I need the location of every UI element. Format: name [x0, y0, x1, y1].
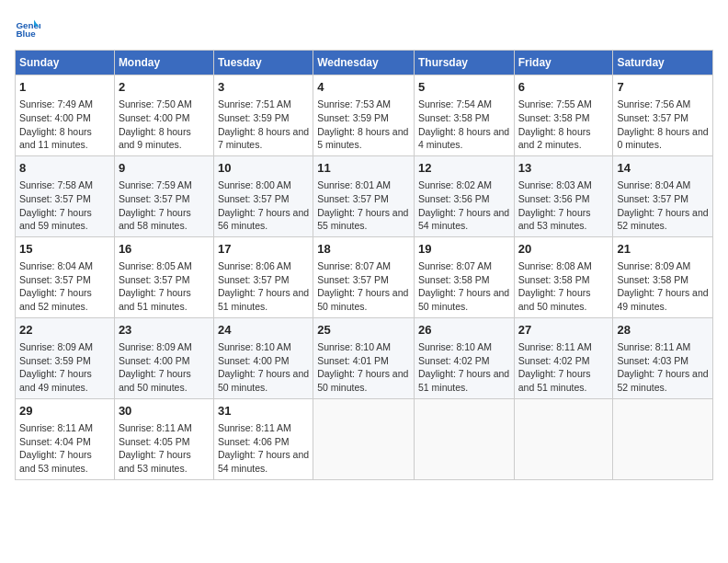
- day-info: Sunrise: 8:11 AM Sunset: 4:05 PM Dayligh…: [119, 421, 210, 476]
- calendar-cell: 11Sunrise: 8:01 AM Sunset: 3:57 PM Dayli…: [313, 155, 415, 236]
- calendar-cell: 31Sunrise: 8:11 AM Sunset: 4:06 PM Dayli…: [213, 398, 313, 479]
- day-number: 1: [19, 79, 110, 96]
- day-info: Sunrise: 8:10 AM Sunset: 4:00 PM Dayligh…: [218, 340, 309, 395]
- calendar-cell: 23Sunrise: 8:09 AM Sunset: 4:00 PM Dayli…: [114, 317, 213, 398]
- day-number: 17: [218, 241, 309, 258]
- svg-text:Blue: Blue: [16, 29, 36, 39]
- day-info: Sunrise: 8:05 AM Sunset: 3:57 PM Dayligh…: [119, 259, 210, 314]
- day-info: Sunrise: 8:07 AM Sunset: 3:58 PM Dayligh…: [418, 259, 510, 314]
- day-number: 12: [418, 160, 510, 177]
- day-info: Sunrise: 8:07 AM Sunset: 3:57 PM Dayligh…: [317, 259, 410, 314]
- day-number: 14: [617, 160, 709, 177]
- calendar-cell: 17Sunrise: 8:06 AM Sunset: 3:57 PM Dayli…: [213, 236, 313, 317]
- day-info: Sunrise: 8:03 AM Sunset: 3:56 PM Dayligh…: [518, 178, 609, 233]
- page-header: General Blue: [15, 15, 713, 40]
- day-info: Sunrise: 8:11 AM Sunset: 4:04 PM Dayligh…: [19, 421, 110, 476]
- calendar-cell: 18Sunrise: 8:07 AM Sunset: 3:57 PM Dayli…: [313, 236, 415, 317]
- day-info: Sunrise: 8:04 AM Sunset: 3:57 PM Dayligh…: [19, 259, 110, 314]
- day-number: 9: [119, 160, 210, 177]
- day-info: Sunrise: 8:11 AM Sunset: 4:06 PM Dayligh…: [218, 421, 309, 476]
- calendar-cell: 2Sunrise: 7:50 AM Sunset: 4:00 PM Daylig…: [114, 75, 213, 156]
- day-number: 3: [218, 79, 309, 96]
- weekday-header-thursday: Thursday: [414, 51, 514, 75]
- day-number: 8: [19, 160, 110, 177]
- calendar-table: SundayMondayTuesdayWednesdayThursdayFrid…: [15, 50, 713, 480]
- day-info: Sunrise: 7:54 AM Sunset: 3:58 PM Dayligh…: [418, 98, 510, 152]
- calendar-cell: 6Sunrise: 7:55 AM Sunset: 3:58 PM Daylig…: [514, 75, 613, 156]
- calendar-cell: 14Sunrise: 8:04 AM Sunset: 3:57 PM Dayli…: [613, 155, 713, 236]
- day-number: 25: [317, 322, 410, 339]
- day-number: 29: [19, 403, 110, 419]
- calendar-cell: 13Sunrise: 8:03 AM Sunset: 3:56 PM Dayli…: [514, 155, 613, 236]
- weekday-header-saturday: Saturday: [613, 51, 713, 75]
- calendar-cell: 26Sunrise: 8:10 AM Sunset: 4:02 PM Dayli…: [414, 317, 514, 398]
- day-number: 7: [617, 79, 709, 96]
- calendar-cell: 4Sunrise: 7:53 AM Sunset: 3:59 PM Daylig…: [313, 75, 415, 156]
- calendar-cell: 12Sunrise: 8:02 AM Sunset: 3:56 PM Dayli…: [414, 155, 514, 236]
- day-info: Sunrise: 8:01 AM Sunset: 3:57 PM Dayligh…: [317, 178, 410, 233]
- calendar-cell: 25Sunrise: 8:10 AM Sunset: 4:01 PM Dayli…: [313, 317, 415, 398]
- day-info: Sunrise: 8:10 AM Sunset: 4:02 PM Dayligh…: [418, 340, 510, 395]
- day-number: 13: [518, 160, 609, 177]
- day-number: 4: [317, 79, 410, 96]
- day-number: 26: [418, 322, 510, 339]
- weekday-header-sunday: Sunday: [16, 51, 115, 75]
- logo: General Blue: [15, 15, 44, 40]
- calendar-cell: 7Sunrise: 7:56 AM Sunset: 3:57 PM Daylig…: [613, 75, 713, 156]
- calendar-cell: 15Sunrise: 8:04 AM Sunset: 3:57 PM Dayli…: [16, 236, 115, 317]
- day-number: 28: [617, 322, 709, 339]
- day-number: 10: [218, 160, 309, 177]
- logo-icon: General Blue: [15, 15, 40, 40]
- calendar-cell: [514, 398, 613, 479]
- weekday-header-monday: Monday: [114, 51, 213, 75]
- calendar-week-2: 8Sunrise: 7:58 AM Sunset: 3:57 PM Daylig…: [16, 155, 713, 236]
- calendar-cell: 10Sunrise: 8:00 AM Sunset: 3:57 PM Dayli…: [213, 155, 313, 236]
- calendar-cell: 28Sunrise: 8:11 AM Sunset: 4:03 PM Dayli…: [613, 317, 713, 398]
- day-info: Sunrise: 7:53 AM Sunset: 3:59 PM Dayligh…: [317, 98, 410, 152]
- calendar-cell: 27Sunrise: 8:11 AM Sunset: 4:02 PM Dayli…: [514, 317, 613, 398]
- calendar-cell: 8Sunrise: 7:58 AM Sunset: 3:57 PM Daylig…: [16, 155, 115, 236]
- day-number: 27: [518, 322, 609, 339]
- day-info: Sunrise: 8:09 AM Sunset: 3:59 PM Dayligh…: [19, 340, 110, 395]
- calendar-cell: 19Sunrise: 8:07 AM Sunset: 3:58 PM Dayli…: [414, 236, 514, 317]
- day-number: 2: [119, 79, 210, 96]
- day-info: Sunrise: 8:11 AM Sunset: 4:02 PM Dayligh…: [518, 340, 609, 395]
- day-info: Sunrise: 8:11 AM Sunset: 4:03 PM Dayligh…: [617, 340, 709, 395]
- day-number: 22: [19, 322, 110, 339]
- day-info: Sunrise: 8:09 AM Sunset: 3:58 PM Dayligh…: [617, 259, 709, 314]
- calendar-cell: 9Sunrise: 7:59 AM Sunset: 3:57 PM Daylig…: [114, 155, 213, 236]
- weekday-header-wednesday: Wednesday: [313, 51, 415, 75]
- day-info: Sunrise: 8:02 AM Sunset: 3:56 PM Dayligh…: [418, 178, 510, 233]
- calendar-cell: 16Sunrise: 8:05 AM Sunset: 3:57 PM Dayli…: [114, 236, 213, 317]
- calendar-cell: 29Sunrise: 8:11 AM Sunset: 4:04 PM Dayli…: [16, 398, 115, 479]
- calendar-cell: [313, 398, 415, 479]
- calendar-cell: [613, 398, 713, 479]
- day-info: Sunrise: 7:55 AM Sunset: 3:58 PM Dayligh…: [518, 98, 609, 152]
- calendar-cell: 30Sunrise: 8:11 AM Sunset: 4:05 PM Dayli…: [114, 398, 213, 479]
- day-number: 20: [518, 241, 609, 258]
- calendar-cell: 21Sunrise: 8:09 AM Sunset: 3:58 PM Dayli…: [613, 236, 713, 317]
- day-info: Sunrise: 7:58 AM Sunset: 3:57 PM Dayligh…: [19, 178, 110, 233]
- day-number: 30: [119, 403, 210, 419]
- calendar-week-3: 15Sunrise: 8:04 AM Sunset: 3:57 PM Dayli…: [16, 236, 713, 317]
- day-number: 31: [218, 403, 309, 419]
- calendar-cell: 24Sunrise: 8:10 AM Sunset: 4:00 PM Dayli…: [213, 317, 313, 398]
- calendar-cell: 1Sunrise: 7:49 AM Sunset: 4:00 PM Daylig…: [16, 75, 115, 156]
- day-number: 19: [418, 241, 510, 258]
- day-info: Sunrise: 7:51 AM Sunset: 3:59 PM Dayligh…: [218, 98, 309, 152]
- day-info: Sunrise: 8:00 AM Sunset: 3:57 PM Dayligh…: [218, 178, 309, 233]
- calendar-week-1: 1Sunrise: 7:49 AM Sunset: 4:00 PM Daylig…: [16, 75, 713, 156]
- day-number: 23: [119, 322, 210, 339]
- day-info: Sunrise: 7:49 AM Sunset: 4:00 PM Dayligh…: [19, 98, 110, 152]
- calendar-week-5: 29Sunrise: 8:11 AM Sunset: 4:04 PM Dayli…: [16, 398, 713, 479]
- day-number: 6: [518, 79, 609, 96]
- calendar-cell: [414, 398, 514, 479]
- day-info: Sunrise: 8:09 AM Sunset: 4:00 PM Dayligh…: [119, 340, 210, 395]
- day-info: Sunrise: 7:59 AM Sunset: 3:57 PM Dayligh…: [119, 178, 210, 233]
- day-number: 16: [119, 241, 210, 258]
- weekday-header-tuesday: Tuesday: [213, 51, 313, 75]
- day-info: Sunrise: 8:06 AM Sunset: 3:57 PM Dayligh…: [218, 259, 309, 314]
- calendar-cell: 20Sunrise: 8:08 AM Sunset: 3:58 PM Dayli…: [514, 236, 613, 317]
- day-info: Sunrise: 8:04 AM Sunset: 3:57 PM Dayligh…: [617, 178, 709, 233]
- weekday-header-friday: Friday: [514, 51, 613, 75]
